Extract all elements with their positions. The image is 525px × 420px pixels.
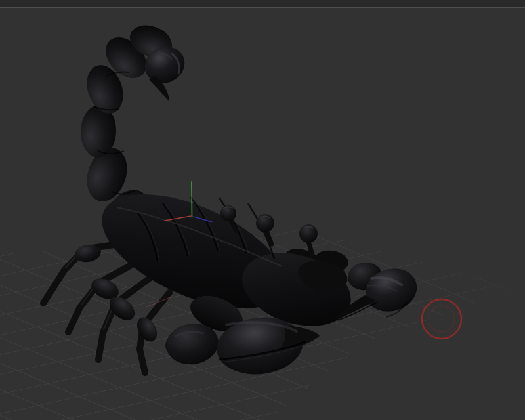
topbar: [0, 0, 525, 7]
topbar-divider: [0, 7, 525, 8]
axis-y-line: [192, 182, 192, 217]
viewport-3d[interactable]: [0, 0, 525, 420]
